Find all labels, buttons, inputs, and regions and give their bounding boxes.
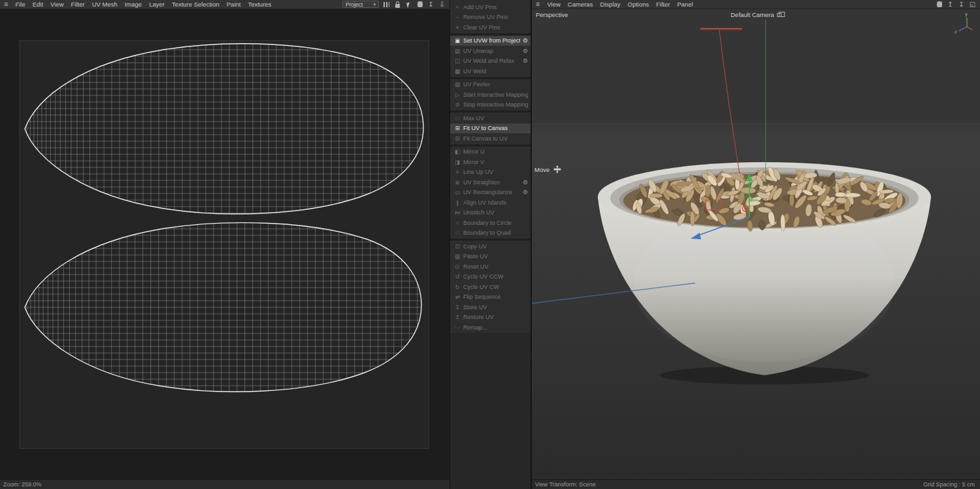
tool-item-label: Stop Interactive Mapping xyxy=(463,101,528,108)
lock-icon[interactable] xyxy=(394,1,401,8)
tool-item-store-uv[interactable]: ↧Store UV xyxy=(450,302,531,312)
menu-image[interactable]: Image xyxy=(125,1,142,8)
tool-item-label: Set UVW from Projection xyxy=(463,37,520,44)
menu-texture-selection[interactable]: Texture Selection xyxy=(172,1,220,8)
uv-image-region xyxy=(20,41,429,448)
camera-swap-icon[interactable] xyxy=(777,13,781,17)
flip-sequence-icon: ⇄ xyxy=(454,294,461,300)
gear-icon[interactable]: ⚙ xyxy=(523,37,528,44)
line-up-uv-icon: ≡ xyxy=(454,169,461,175)
camera-label-text: Default Camera xyxy=(730,11,774,18)
tool-item-paste-uv[interactable]: ▨Paste UV xyxy=(450,252,531,262)
tool-item-set-uvw-from-projection[interactable]: ▣Set UVW from Projection⚙ xyxy=(450,36,531,46)
tool-item-label: Copy UV xyxy=(463,243,528,250)
tool-item-remove-uv-pins[interactable]: −Remove UV Pins xyxy=(450,12,531,23)
tool-item-label: Remap... xyxy=(463,324,528,331)
tool-item-remap[interactable]: ⋯Remap... xyxy=(450,322,531,333)
viewport-menu-filter[interactable]: Filter xyxy=(656,1,670,8)
tool-item-unstitch-uv[interactable]: ⋈Unstitch UV xyxy=(450,208,531,218)
menu-file[interactable]: File xyxy=(15,1,25,8)
tool-item-copy-uv[interactable]: ⊡Copy UV xyxy=(450,241,531,252)
download-arrow-icon[interactable]: ⇩ xyxy=(438,1,446,8)
camera-label[interactable]: Default Camera xyxy=(730,11,781,18)
viewport-menu-cameras[interactable]: Cameras xyxy=(568,1,593,8)
histogram-icon[interactable] xyxy=(383,1,390,8)
tool-item-label: Cycle UV CW xyxy=(463,284,528,290)
project-selector-value: Project xyxy=(346,1,363,8)
menu-view[interactable]: View xyxy=(50,1,63,8)
reset-uv-icon: ∅ xyxy=(454,263,461,270)
tool-item-label: Add UV Pins xyxy=(463,4,528,10)
tool-item-label: UV Straighten xyxy=(463,179,520,186)
tool-item-label: Max UV xyxy=(463,115,528,122)
menu-layer[interactable]: Layer xyxy=(149,1,165,8)
tool-item-uv-rectangularize[interactable]: ▭UV Rectangularize⚙ xyxy=(450,188,531,198)
tool-item-label: UV Unwrap xyxy=(463,48,520,54)
tool-item-align-uv-islands[interactable]: ∥Align UV Islands xyxy=(450,197,531,208)
viewport-menu-view[interactable]: View xyxy=(547,1,560,8)
gear-icon[interactable]: ⚙ xyxy=(523,189,528,195)
menu-textures[interactable]: Textures xyxy=(248,1,271,8)
tool-item-start-interactive-mapping[interactable]: ▷Start Interactive Mapping xyxy=(450,90,531,100)
uv-menubar: ≡ FileEditViewFilterUV MeshImageLayerTex… xyxy=(0,0,449,9)
menu-edit[interactable]: Edit xyxy=(33,1,43,8)
gear-icon[interactable]: ⚙ xyxy=(523,179,528,186)
tool-item-uv-straighten[interactable]: ≣UV Straighten⚙ xyxy=(450,177,531,188)
tool-group-separator xyxy=(450,110,531,112)
tool-item-uv-unwrap[interactable]: ▤UV Unwrap⚙ xyxy=(450,46,531,56)
tool-item-mirror-u[interactable]: ◧Mirror U xyxy=(450,147,531,158)
export-arrow-icon[interactable]: ↥ xyxy=(947,1,954,8)
uv-tool-list: +Add UV Pins−Remove UV Pins×Clear UV Pin… xyxy=(450,0,531,333)
tool-item-line-up-uv[interactable]: ≡Line Up UV xyxy=(450,167,531,178)
tool-item-add-uv-pins[interactable]: +Add UV Pins xyxy=(450,2,531,12)
tool-item-uv-peeler[interactable]: ▧UV Peeler xyxy=(450,80,531,90)
tool-item-cycle-uv-ccw[interactable]: ↺Cycle UV CCW xyxy=(450,272,531,282)
zoom-level: Zoom: 259.0% xyxy=(3,481,42,488)
hamburger-menu-icon[interactable]: ≡ xyxy=(536,0,540,8)
maximize-icon[interactable]: ◱ xyxy=(969,1,976,8)
tool-item-mirror-v[interactable]: ◨Mirror V xyxy=(450,157,531,167)
menu-filter[interactable]: Filter xyxy=(71,1,85,8)
hamburger-menu-icon[interactable]: ≡ xyxy=(4,0,8,8)
tool-item-cycle-uv-cw[interactable]: ↻Cycle UV CW xyxy=(450,282,531,292)
viewport-menu-options[interactable]: Options xyxy=(628,1,649,8)
tool-item-stop-interactive-mapping[interactable]: ⊘Stop Interactive Mapping xyxy=(450,100,531,110)
hand-icon[interactable] xyxy=(936,1,943,8)
menu-uv-mesh[interactable]: UV Mesh xyxy=(92,1,118,8)
tool-item-label: Align UV Islands xyxy=(463,199,528,206)
tool-item-reset-uv[interactable]: ∅Reset UV xyxy=(450,261,531,272)
menu-paint[interactable]: Paint xyxy=(227,1,241,8)
cursor-icon[interactable] xyxy=(405,1,412,8)
tool-item-boundary-to-circle[interactable]: ○Boundary to Circle xyxy=(450,218,531,228)
import-arrow-icon[interactable]: ↧ xyxy=(958,1,965,8)
viewport-menubar-right: ↥ ↧ ◱ xyxy=(936,1,976,8)
viewport-scene[interactable] xyxy=(532,9,980,479)
tool-item-label: UV Weld and Relax xyxy=(463,58,520,64)
gear-icon[interactable]: ⚙ xyxy=(523,48,528,54)
uv-canvas[interactable] xyxy=(0,9,449,479)
tool-item-clear-uv-pins[interactable]: ×Clear UV Pins xyxy=(450,22,531,33)
viewport-menu: ViewCamerasDisplayOptionsFilterPanel xyxy=(547,1,693,8)
tool-item-fit-uv-to-canvas[interactable]: ⊞Fit UV to Canvas xyxy=(450,124,531,134)
cycle-uv-cw-icon: ↻ xyxy=(454,284,461,290)
hand-icon[interactable] xyxy=(416,1,423,8)
boundary-to-quad-icon: □ xyxy=(454,229,461,236)
active-tool-label[interactable]: Move xyxy=(534,165,561,173)
tool-item-restore-uv[interactable]: ↥Restore UV xyxy=(450,312,531,323)
project-selector[interactable]: Project ▾ xyxy=(342,1,379,8)
tool-name: Move xyxy=(534,166,549,173)
gear-icon[interactable]: ⚙ xyxy=(523,58,528,64)
tool-item-flip-sequence[interactable]: ⇄Flip Sequence xyxy=(450,292,531,303)
viewport-menu-panel[interactable]: Panel xyxy=(677,1,693,8)
tool-item-uv-weld-and-relax[interactable]: ◫UV Weld and Relax⚙ xyxy=(450,56,531,67)
tool-item-boundary-to-quad[interactable]: □Boundary to Quad xyxy=(450,228,531,239)
tool-item-max-uv[interactable]: □Max UV xyxy=(450,113,531,124)
tool-item-label: Boundary to Quad xyxy=(463,229,528,236)
store-uv-icon: ↧ xyxy=(454,304,461,311)
tool-item-fit-canvas-to-uv[interactable]: ⊟Fit Canvas to UV xyxy=(450,133,531,144)
view-type-label[interactable]: Perspective xyxy=(536,11,568,18)
tool-item-uv-weld[interactable]: ▦UV Weld xyxy=(450,66,531,76)
tool-item-label: Clear UV Pins xyxy=(463,24,528,31)
viewport-menu-display[interactable]: Display xyxy=(600,1,620,8)
import-arrow-icon[interactable]: ↧ xyxy=(427,1,434,8)
